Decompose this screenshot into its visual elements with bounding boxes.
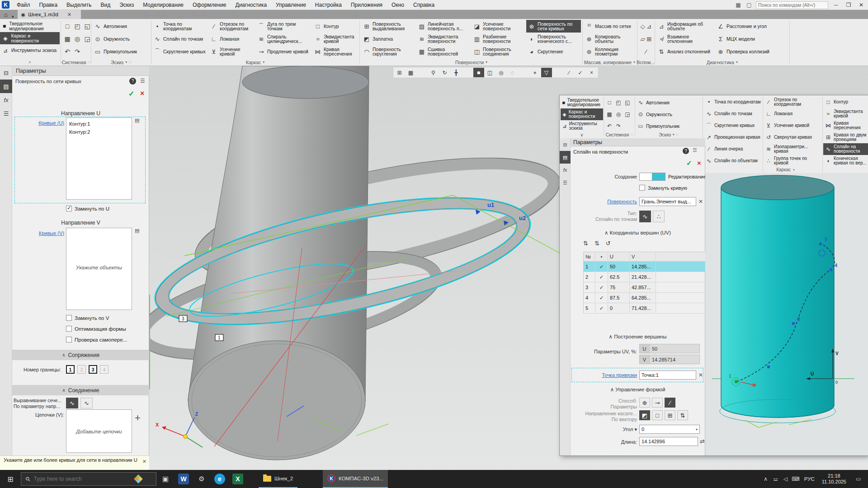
ribbon-tab[interactable]: ■Твердотельное моделирование <box>561 97 603 108</box>
menu-icon[interactable]: ☰ <box>560 176 571 189</box>
ribbon-item[interactable]: ∴Группа точек по кривой <box>764 155 822 167</box>
menu-icon[interactable]: ☰ <box>0 107 12 120</box>
curves-v-link[interactable]: Кривые (V) <box>15 230 64 236</box>
menu-item[interactable]: Выделить <box>63 1 95 9</box>
ribbon-item[interactable]: ⊗Проверка коллизий <box>715 45 778 58</box>
accept-icon[interactable]: ✓ <box>686 159 692 167</box>
ribbon-item[interactable]: ⇅Анализ отклонений <box>656 45 713 58</box>
two-points-icon[interactable]: ⊞ <box>665 410 675 420</box>
viewport-tool-button[interactable] <box>519 68 529 77</box>
ribbon-item[interactable]: ◠Поверхность скругления <box>361 45 415 58</box>
ribbon-item[interactable]: ∿Автолиния <box>92 20 150 33</box>
menu-item[interactable]: Моделирование <box>139 1 187 9</box>
system-toolbar-icon[interactable]: ↷ <box>72 45 82 58</box>
optimize-shape-checkbox[interactable]: Оптимизация формы <box>66 326 126 332</box>
system-toolbar-icon[interactable]: ◰ <box>72 20 82 33</box>
options-list-icon[interactable]: ☰ <box>693 147 697 153</box>
status-close-icon[interactable]: ✕ <box>142 459 146 465</box>
ribbon-item[interactable]: □Контур <box>823 96 868 108</box>
menu-item[interactable]: Оформление <box>189 1 230 9</box>
connection-section[interactable]: ∧Соединение <box>12 385 149 395</box>
tray-icon[interactable]: ◁ <box>781 476 791 482</box>
settings-icon[interactable]: ⚙ <box>193 470 211 488</box>
ribbon-item[interactable]: ∿Автолиния <box>636 97 702 108</box>
taskbar-search[interactable]: ⚲ <box>21 472 156 486</box>
close-curve-checkbox[interactable]: Замкнуть кривую <box>639 185 687 191</box>
border-3-button[interactable]: 3 <box>89 365 97 374</box>
help-icon[interactable]: ? <box>683 148 689 154</box>
ribbon-item[interactable]: ∕Линия очерка <box>704 143 763 155</box>
home-caret-icon[interactable]: ▾ <box>12 14 14 19</box>
menu-item[interactable]: Файл <box>13 1 34 9</box>
parameters-icon[interactable]: ▤ <box>0 80 12 93</box>
tree-view-icon[interactable]: ⊟ <box>560 138 571 151</box>
command-search-input[interactable] <box>756 1 828 9</box>
system-toolbar-icon[interactable]: ▦ <box>605 108 614 120</box>
kompas-taskbar-button[interactable]: KКОМПАС-3D v23... <box>323 470 388 488</box>
viewport-tool-button[interactable] <box>462 68 473 77</box>
menu-item[interactable]: Правка <box>36 1 61 9</box>
create-toggle-half[interactable] <box>639 173 652 181</box>
spline-by-poles-toggle[interactable]: ∴ <box>653 211 665 222</box>
boundary-marker-1[interactable]: 1 <box>215 334 223 341</box>
clear-surface-icon[interactable]: ✕ <box>698 198 703 205</box>
ribbon-item[interactable]: □Контур <box>312 20 359 33</box>
ribbon-item[interactable]: ⊿Информация об объекте <box>656 20 713 33</box>
surface-link[interactable]: Поверхность <box>589 199 637 204</box>
ribbon-item[interactable]: ▨Линейчатая поверхность п... <box>416 20 470 33</box>
ribbon-icon-pair[interactable]: ▱ ⊞ <box>638 33 654 45</box>
anchor-point-link[interactable]: Точка привязки <box>589 372 637 378</box>
monitor-icon[interactable]: ▢ <box>745 2 753 8</box>
ribbon-item[interactable]: ∿Сплайн по точкам <box>152 33 207 45</box>
edge-browser-icon[interactable]: e <box>211 470 229 488</box>
tab-close-icon[interactable]: ✕ <box>67 12 71 18</box>
list-item[interactable]: Контур:2 <box>69 128 129 136</box>
ribbon-item[interactable]: ⊻Усечение кривой <box>208 45 255 58</box>
viewport-tool-button[interactable]: ◫ <box>485 68 495 77</box>
system-toolbar-icon[interactable]: ↶ <box>62 45 72 58</box>
list-settings-icon[interactable]: ▤ <box>135 117 139 123</box>
anchor-point-field[interactable]: Точка:1 <box>639 371 696 380</box>
ribbon-item[interactable]: ∿Сплайн на поверхности <box>823 143 868 155</box>
system-toolbar-icon[interactable]: ▦ <box>62 33 72 45</box>
system-toolbar-icon[interactable]: □ <box>605 97 614 108</box>
ribbon-item[interactable]: ≉Взаимное отклонение <box>656 33 713 45</box>
ribbon-item[interactable]: ◗Поверхность конического с... <box>526 33 581 45</box>
clear-anchor-icon[interactable]: ✕ <box>698 372 703 378</box>
close-v-checkbox[interactable]: Замкнуть по V <box>66 315 109 321</box>
spline-by-points-toggle[interactable]: ∿ <box>639 211 651 222</box>
menu-item[interactable]: Справка <box>410 1 438 9</box>
add-chain-button[interactable]: + <box>135 412 141 424</box>
home-button[interactable]: ⌂ <box>0 10 12 19</box>
border-4-button[interactable]: 4 <box>100 365 108 374</box>
menu-item[interactable]: Диагностика <box>232 1 271 9</box>
ribbon-item[interactable]: ◫Поверхность соединения <box>472 45 525 58</box>
app-logo-icon[interactable]: K <box>2 1 9 9</box>
system-toolbar-icon[interactable]: ◎ <box>72 33 82 45</box>
ribbon-item[interactable]: ∿Сплайн по объектам <box>704 155 763 167</box>
move-down-icon[interactable]: ⇅ <box>594 240 599 247</box>
ribbon-item[interactable]: ⊕Копировать объекты <box>584 33 636 45</box>
angle-combo[interactable]: 0▾ <box>639 425 700 434</box>
border-1-button[interactable]: 1 <box>66 365 75 374</box>
menu-item[interactable]: Эскиз <box>116 1 137 9</box>
notification-center-icon[interactable]: ▭ <box>851 476 866 482</box>
mode-create-label[interactable]: Создание <box>589 174 637 179</box>
document-tab[interactable]: ◉ Шнек_1.m3d ✕ <box>18 10 81 19</box>
ribbon-item[interactable]: ⋈Кривая пересечения <box>312 45 359 58</box>
ribbon-item[interactable]: ∠Расстояние и угол <box>715 20 778 33</box>
ribbon-item[interactable]: ◪Усечение поверхности <box>472 20 525 33</box>
ribbon-item[interactable]: ↗Проекционная кривая <box>704 131 763 143</box>
cancel-icon[interactable]: × <box>140 89 144 98</box>
ribbon-item[interactable]: ≋Изопараметри... кривая <box>764 143 822 155</box>
ribbon-item[interactable]: ▭Прямоугольник <box>92 45 150 58</box>
ribbon-item[interactable]: ⊙Окружность <box>92 33 150 45</box>
ribbon-item[interactable]: ∕Отрезок по координатам <box>208 20 255 33</box>
mode-edit-label[interactable]: Редактирование <box>668 174 706 179</box>
conjugation-section[interactable]: ∧Сопряжения <box>12 350 149 360</box>
ribbon-item[interactable]: ∟Ломаная <box>764 108 822 120</box>
viewport-tool-button[interactable]: ╋ <box>451 68 462 77</box>
viewport-tool-button[interactable]: ▽ <box>541 68 552 77</box>
tray-icon[interactable]: ⚍ <box>771 476 781 482</box>
ribbon-item[interactable]: ◗Коническая кривая по вер... <box>823 155 868 167</box>
